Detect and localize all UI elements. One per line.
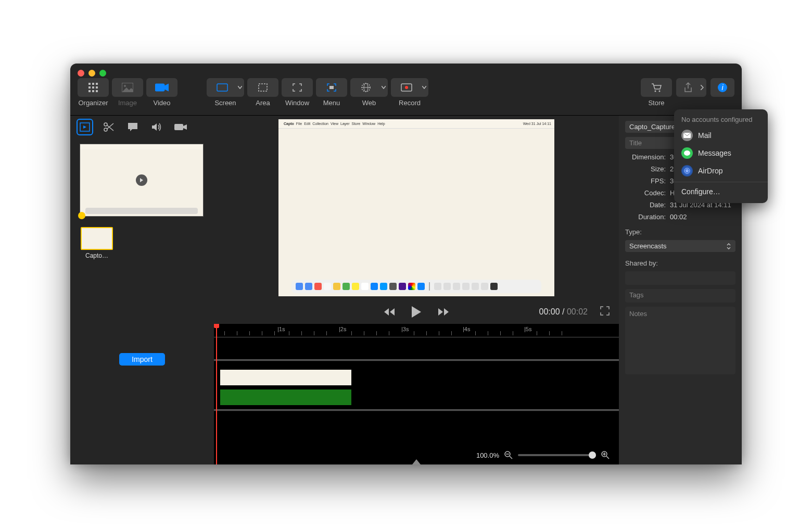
- window-controls: [78, 70, 106, 77]
- svg-rect-4: [92, 86, 94, 89]
- svg-rect-6: [88, 90, 91, 92]
- playhead[interactable]: [216, 324, 217, 464]
- timeline-disclosure-button[interactable]: [412, 459, 421, 464]
- svg-point-19: [405, 86, 408, 89]
- chevron-down-icon: [382, 86, 386, 89]
- record-button[interactable]: Record: [391, 78, 428, 107]
- web-capture-button[interactable]: Web: [350, 78, 388, 107]
- svg-rect-5: [96, 86, 98, 89]
- chevron-right-icon: [701, 85, 704, 90]
- large-preview-thumbnail[interactable]: [80, 144, 204, 217]
- sidebar-tools: [70, 116, 214, 139]
- screen-capture-menu-button[interactable]: [236, 78, 244, 97]
- airdrop-icon: [681, 165, 693, 177]
- svg-rect-2: [96, 83, 98, 85]
- image-button[interactable]: Image: [112, 78, 143, 107]
- svg-point-26: [104, 128, 107, 131]
- tags-field[interactable]: Tags: [625, 289, 735, 303]
- svg-point-38: [684, 168, 690, 173]
- svg-rect-7: [92, 90, 94, 92]
- speaker-icon: [151, 122, 162, 132]
- record-menu-button[interactable]: [420, 78, 428, 97]
- share-messages-item[interactable]: Messages: [674, 144, 768, 162]
- chevron-down-icon: [238, 86, 242, 89]
- zoom-percent: 100.0%: [476, 451, 499, 459]
- share-airdrop-item[interactable]: AirDrop: [674, 162, 768, 180]
- annotation-tool[interactable]: [125, 120, 140, 134]
- status-dot: [78, 212, 85, 219]
- playback-controls: 00:00 / 00:02: [214, 300, 619, 324]
- menu-capture-icon: [326, 83, 337, 92]
- share-configure-item[interactable]: Configure…: [674, 184, 768, 199]
- window-crop-icon: [292, 83, 302, 92]
- area-capture-button[interactable]: Area: [247, 78, 278, 107]
- fullscreen-button[interactable]: [600, 306, 610, 318]
- svg-rect-27: [174, 124, 183, 130]
- clip-thumbnail[interactable]: Capto…: [81, 227, 113, 259]
- cart-icon: [651, 83, 662, 92]
- zoom-slider[interactable]: [518, 454, 596, 456]
- area-icon: [258, 83, 268, 92]
- import-button[interactable]: Import: [119, 353, 165, 366]
- preview-dock: [291, 280, 541, 293]
- app-window: Organizer Image Video Screen A: [70, 64, 742, 464]
- camera-tool[interactable]: [173, 120, 188, 134]
- svg-point-20: [655, 91, 656, 92]
- image-icon: [122, 83, 133, 92]
- toolbar: Organizer Image Video Screen A: [70, 64, 742, 116]
- share-menu-button[interactable]: [698, 78, 706, 97]
- camera-icon: [174, 122, 187, 132]
- video-track[interactable]: [220, 370, 351, 385]
- svg-line-34: [606, 456, 609, 459]
- svg-rect-11: [155, 84, 164, 91]
- info-icon: i: [717, 82, 728, 93]
- screen-capture-button[interactable]: Screen: [207, 78, 244, 107]
- svg-rect-1: [92, 83, 94, 85]
- popover-header: No accounts configured: [674, 114, 768, 127]
- audio-track[interactable]: [220, 389, 351, 405]
- share-button[interactable]: [676, 78, 706, 107]
- minimize-window-button[interactable]: [88, 70, 95, 77]
- svg-point-10: [124, 85, 126, 87]
- zoom-controls: 100.0%: [476, 451, 610, 459]
- store-button[interactable]: Store: [641, 78, 672, 107]
- svg-rect-14: [329, 86, 334, 89]
- type-select[interactable]: Screencasts: [625, 240, 735, 252]
- fast-forward-icon: [437, 307, 450, 317]
- share-mail-item[interactable]: Mail: [674, 127, 768, 144]
- rewind-button[interactable]: [382, 305, 397, 319]
- video-button[interactable]: Video: [146, 78, 177, 107]
- svg-rect-3: [88, 86, 91, 89]
- web-capture-menu-button[interactable]: [379, 78, 388, 97]
- svg-point-36: [684, 150, 690, 156]
- zoom-out-icon[interactable]: [504, 451, 513, 459]
- play-icon: [139, 178, 144, 182]
- window-capture-button[interactable]: Window: [282, 78, 313, 107]
- info-button[interactable]: i: [710, 78, 734, 107]
- share-popover: No accounts configured Mail Messages Air…: [674, 109, 768, 203]
- play-button[interactable]: [409, 305, 424, 319]
- fast-forward-button[interactable]: [436, 305, 451, 319]
- share-icon: [683, 82, 693, 93]
- timeline-ruler[interactable]: |1s |2s |3s |4s |5s: [214, 324, 619, 337]
- filmstrip-tool[interactable]: [78, 120, 92, 134]
- shared-by-field[interactable]: [625, 271, 735, 285]
- center-panel: Capto File Edit Collection View Layer St…: [214, 116, 619, 464]
- timeline[interactable]: |1s |2s |3s |4s |5s: [214, 324, 619, 464]
- svg-line-30: [510, 456, 512, 459]
- menu-capture-button[interactable]: Menu: [316, 78, 347, 107]
- mail-icon: [681, 130, 693, 141]
- close-window-button[interactable]: [78, 70, 84, 77]
- zoom-in-icon[interactable]: [601, 451, 610, 459]
- audio-tool[interactable]: [149, 120, 164, 134]
- notes-field[interactable]: Notes: [625, 307, 735, 374]
- svg-rect-8: [96, 90, 98, 92]
- svg-rect-0: [88, 83, 91, 85]
- cut-tool[interactable]: [102, 120, 116, 134]
- svg-point-21: [659, 91, 661, 92]
- chevron-down-icon: [422, 86, 426, 89]
- fullscreen-window-button[interactable]: [99, 70, 106, 77]
- screen-preview-content: Capto File Edit Collection View Layer St…: [278, 119, 554, 296]
- organizer-button[interactable]: Organizer: [78, 78, 109, 107]
- video-camera-icon: [155, 83, 169, 92]
